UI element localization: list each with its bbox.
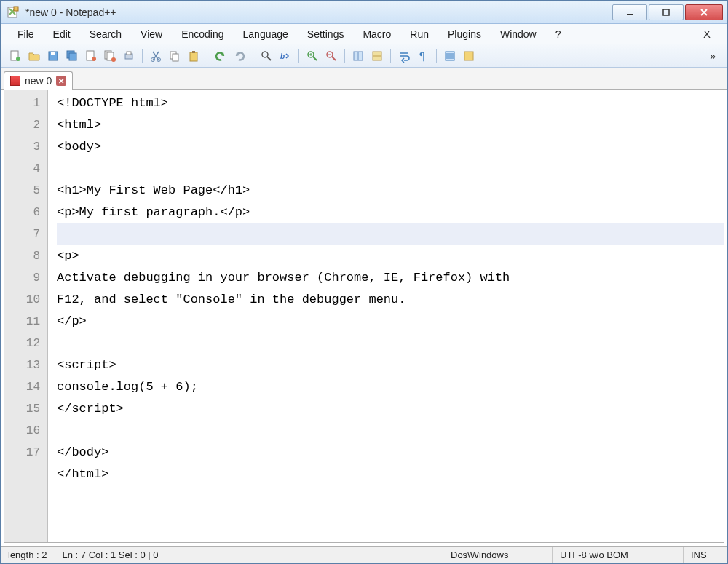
line-number: 2 bbox=[4, 114, 47, 136]
titlebar[interactable]: *new 0 - Notepad++ bbox=[1, 1, 727, 24]
code-line[interactable]: <body> bbox=[57, 136, 724, 158]
toolbar-separator bbox=[298, 49, 299, 63]
status-position: Ln : 7 Col : 1 Sel : 0 | 0 bbox=[55, 547, 444, 563]
cut-icon[interactable] bbox=[147, 47, 165, 65]
redo-icon[interactable] bbox=[231, 47, 248, 65]
code-area[interactable]: <!DOCTYPE html><html><body><h1>My First … bbox=[48, 90, 724, 542]
line-number: 11 bbox=[4, 311, 47, 333]
new-file-icon[interactable] bbox=[7, 47, 24, 65]
line-number: 3 bbox=[4, 136, 47, 158]
line-number: 9 bbox=[4, 267, 47, 289]
window-controls bbox=[611, 4, 723, 20]
zoom-out-icon[interactable] bbox=[323, 47, 340, 65]
menu-macro[interactable]: Macro bbox=[353, 25, 400, 43]
wordwrap-icon[interactable] bbox=[395, 47, 413, 65]
svg-rect-39 bbox=[464, 52, 473, 60]
status-encoding[interactable]: UTF-8 w/o BOM bbox=[553, 547, 684, 563]
user-lang-icon[interactable] bbox=[460, 47, 478, 65]
svg-point-11 bbox=[92, 57, 96, 61]
line-number: 7 bbox=[4, 223, 47, 245]
code-line[interactable]: <h1>My First Web Page</h1> bbox=[57, 180, 724, 202]
line-number: 15 bbox=[4, 398, 47, 420]
svg-point-5 bbox=[16, 57, 20, 61]
show-all-chars-icon[interactable]: ¶ bbox=[414, 47, 432, 65]
line-number: 13 bbox=[4, 354, 47, 376]
save-icon[interactable] bbox=[44, 47, 62, 65]
status-insert-mode[interactable]: INS bbox=[684, 547, 727, 563]
print-icon[interactable] bbox=[120, 47, 138, 65]
toolbar-separator bbox=[436, 49, 437, 63]
code-line[interactable]: <script> bbox=[57, 354, 724, 376]
status-eol[interactable]: Dos\Windows bbox=[443, 547, 553, 563]
code-line[interactable]: <!DOCTYPE html> bbox=[57, 92, 724, 114]
code-line[interactable]: </html> bbox=[57, 464, 724, 485]
line-number: 1 bbox=[4, 92, 47, 114]
editor: 1234567891011121314151617 <!DOCTYPE html… bbox=[4, 90, 724, 543]
menu-language[interactable]: Language bbox=[234, 25, 298, 43]
svg-rect-20 bbox=[173, 54, 178, 61]
code-line[interactable] bbox=[57, 223, 724, 245]
svg-point-14 bbox=[111, 57, 116, 62]
menu-edit[interactable]: Edit bbox=[44, 25, 80, 43]
code-line[interactable]: <p>My first paragraph.</p> bbox=[57, 202, 724, 223]
copy-icon[interactable] bbox=[166, 47, 183, 65]
line-number: 8 bbox=[4, 245, 47, 267]
zoom-in-icon[interactable] bbox=[304, 47, 321, 65]
menu-view[interactable]: View bbox=[131, 25, 172, 43]
svg-text:b: b bbox=[280, 52, 285, 60]
toolbar-overflow-icon[interactable]: » bbox=[704, 50, 721, 62]
line-number: 16 bbox=[4, 420, 47, 442]
svg-line-24 bbox=[267, 57, 271, 60]
toolbar-separator bbox=[253, 49, 253, 63]
svg-rect-7 bbox=[51, 52, 55, 55]
line-number: 5 bbox=[4, 180, 47, 202]
toolbar-separator bbox=[390, 49, 391, 63]
code-line[interactable] bbox=[57, 158, 724, 180]
open-file-icon[interactable] bbox=[25, 47, 43, 65]
toolbar-separator bbox=[142, 49, 143, 63]
indent-guide-icon[interactable] bbox=[441, 47, 459, 65]
code-line[interactable] bbox=[57, 333, 724, 354]
svg-rect-9 bbox=[69, 53, 76, 60]
code-line[interactable]: F12, and select "Console" in the debugge… bbox=[57, 289, 724, 311]
maximize-button[interactable] bbox=[649, 4, 684, 20]
code-line[interactable]: </script> bbox=[57, 398, 724, 420]
close-window-button[interactable] bbox=[685, 4, 723, 20]
menu-help[interactable]: ? bbox=[546, 25, 571, 43]
code-line[interactable]: </p> bbox=[57, 311, 724, 333]
app-window: *new 0 - Notepad++ File Edit Search View… bbox=[0, 0, 728, 564]
menu-encoding[interactable]: Encoding bbox=[172, 25, 233, 43]
svg-rect-3 bbox=[663, 9, 669, 15]
code-line[interactable] bbox=[57, 420, 724, 442]
sync-horizontal-icon[interactable] bbox=[368, 47, 386, 65]
save-all-icon[interactable] bbox=[63, 47, 81, 65]
window-title: *new 0 - Notepad++ bbox=[25, 7, 611, 18]
menu-search[interactable]: Search bbox=[80, 25, 131, 43]
find-icon[interactable] bbox=[258, 47, 275, 65]
svg-rect-1 bbox=[14, 7, 18, 11]
close-all-icon[interactable] bbox=[101, 47, 119, 65]
menu-file[interactable]: File bbox=[8, 25, 44, 43]
svg-rect-22 bbox=[192, 51, 195, 53]
code-line[interactable]: Activate debugging in your browser (Chro… bbox=[57, 267, 724, 289]
undo-icon[interactable] bbox=[212, 47, 229, 65]
code-line[interactable]: <html> bbox=[57, 114, 724, 136]
code-line[interactable]: </body> bbox=[57, 442, 724, 464]
sync-vertical-icon[interactable] bbox=[349, 47, 367, 65]
paste-icon[interactable] bbox=[185, 47, 202, 65]
code-line[interactable]: console.log(5 + 6); bbox=[57, 376, 724, 398]
toolbar-separator bbox=[207, 49, 207, 63]
menu-run[interactable]: Run bbox=[400, 25, 438, 43]
close-file-icon[interactable] bbox=[82, 47, 100, 65]
menu-plugins[interactable]: Plugins bbox=[438, 25, 491, 43]
replace-icon[interactable]: b bbox=[277, 47, 294, 65]
line-number: 10 bbox=[4, 289, 47, 311]
menu-settings[interactable]: Settings bbox=[298, 25, 354, 43]
minimize-button[interactable] bbox=[612, 4, 647, 20]
menubar: File Edit Search View Encoding Language … bbox=[1, 24, 727, 44]
tab-close-button[interactable]: ✕ bbox=[56, 76, 66, 86]
menu-window[interactable]: Window bbox=[491, 25, 546, 43]
document-tab[interactable]: new 0 ✕ bbox=[4, 71, 73, 90]
close-document-button[interactable]: X bbox=[694, 25, 720, 43]
code-line[interactable]: <p> bbox=[57, 245, 724, 267]
